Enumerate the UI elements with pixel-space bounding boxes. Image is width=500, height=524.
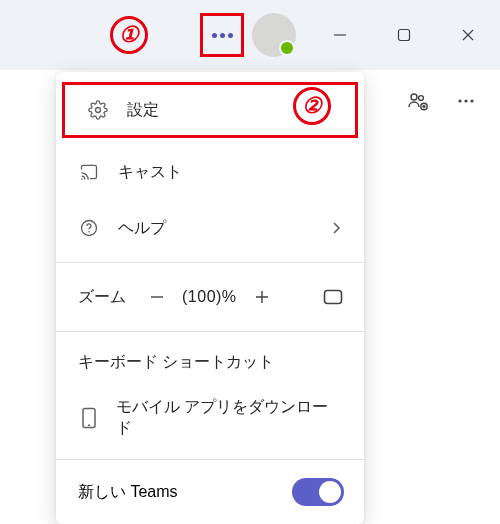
menu-divider [56, 262, 364, 263]
menu-divider [56, 331, 364, 332]
svg-rect-0 [399, 30, 410, 41]
profile-avatar[interactable] [252, 13, 296, 57]
zoom-label: ズーム [78, 287, 126, 308]
help-icon [78, 217, 100, 239]
menu-label-cast: キャスト [118, 162, 344, 183]
window-close-button[interactable] [440, 10, 496, 60]
close-icon [460, 27, 476, 43]
window-minimize-button[interactable] [312, 10, 368, 60]
menu-label-shortcuts: キーボード ショートカット [78, 353, 274, 370]
page-more-button[interactable] [450, 85, 482, 117]
new-teams-toggle[interactable] [292, 478, 344, 506]
maximize-icon [397, 28, 411, 42]
ellipsis-icon [456, 91, 476, 111]
cast-icon [78, 161, 100, 183]
menu-item-settings[interactable]: 設定 [62, 82, 358, 138]
svg-point-7 [96, 108, 101, 113]
settings-dropdown-menu: 設定 キャスト ヘルプ ズーム (100)% キーボード ショートカット [56, 72, 364, 524]
minus-icon [149, 289, 165, 305]
ellipsis-icon [212, 33, 233, 38]
people-add-icon [406, 89, 430, 113]
svg-point-5 [464, 99, 467, 102]
menu-item-new-teams: 新しい Teams [56, 466, 364, 520]
fullscreen-button[interactable] [320, 284, 346, 310]
chevron-right-icon [328, 220, 344, 236]
svg-point-4 [458, 99, 461, 102]
title-bar [0, 0, 500, 70]
menu-item-mobile-app[interactable]: モバイル アプリをダウンロード [56, 387, 364, 453]
menu-item-shortcuts[interactable]: キーボード ショートカット [56, 338, 364, 387]
svg-rect-11 [325, 291, 342, 304]
svg-point-8 [81, 178, 83, 180]
plus-icon [254, 289, 270, 305]
menu-label-mobile: モバイル アプリをダウンロード [116, 397, 342, 439]
menu-label-help: ヘルプ [118, 218, 310, 239]
svg-point-10 [88, 231, 90, 233]
new-teams-label: 新しい Teams [78, 482, 178, 503]
svg-point-6 [470, 99, 473, 102]
menu-item-help[interactable]: ヘルプ [56, 200, 364, 256]
window-maximize-button[interactable] [376, 10, 432, 60]
minimize-icon [332, 27, 348, 43]
zoom-control: ズーム (100)% [56, 269, 364, 325]
svg-point-2 [419, 96, 424, 101]
menu-divider [56, 459, 364, 460]
menu-label-settings: 設定 [127, 100, 335, 121]
svg-point-1 [411, 94, 417, 100]
more-menu-button[interactable] [200, 13, 244, 57]
menu-item-cast[interactable]: キャスト [56, 144, 364, 200]
fullscreen-icon [323, 289, 343, 305]
invite-people-button[interactable] [402, 85, 434, 117]
gear-icon [87, 99, 109, 121]
zoom-value: (100)% [182, 288, 237, 306]
mobile-icon [78, 407, 100, 429]
zoom-out-button[interactable] [144, 284, 170, 310]
zoom-in-button[interactable] [249, 284, 275, 310]
